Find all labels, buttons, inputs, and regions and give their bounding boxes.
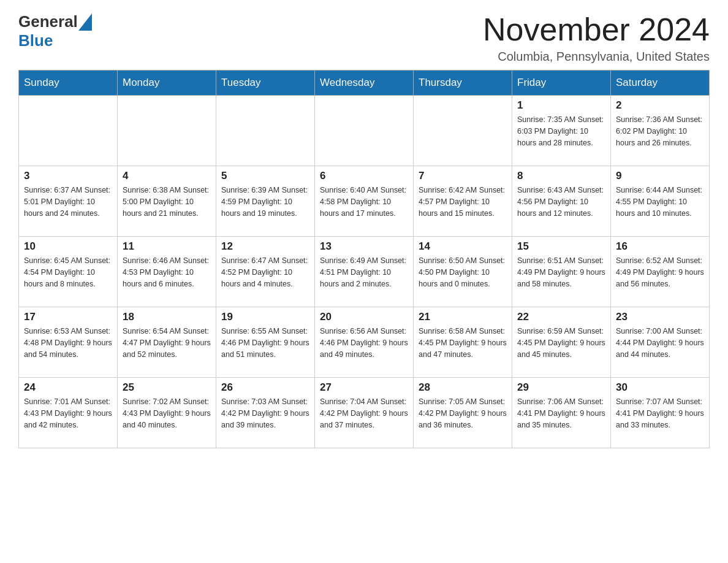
day-info: Sunrise: 6:37 AM Sunset: 5:01 PM Dayligh… (24, 185, 112, 219)
col-header-saturday: Saturday (611, 71, 710, 96)
day-info: Sunrise: 7:04 AM Sunset: 4:42 PM Dayligh… (320, 396, 408, 431)
calendar-cell: 30Sunrise: 7:07 AM Sunset: 4:41 PM Dayli… (611, 378, 710, 448)
calendar-cell: 16Sunrise: 6:52 AM Sunset: 4:49 PM Dayli… (611, 237, 710, 307)
day-info: Sunrise: 6:54 AM Sunset: 4:47 PM Dayligh… (123, 326, 211, 360)
day-number: 16 (616, 240, 704, 253)
month-title: November 2024 (483, 12, 710, 47)
calendar-cell: 24Sunrise: 7:01 AM Sunset: 4:43 PM Dayli… (19, 378, 118, 448)
day-number: 21 (419, 311, 507, 323)
calendar-cell: 19Sunrise: 6:55 AM Sunset: 4:46 PM Dayli… (216, 307, 315, 378)
calendar-cell: 4Sunrise: 6:38 AM Sunset: 5:00 PM Daylig… (118, 166, 216, 237)
day-number: 1 (517, 99, 605, 112)
day-number: 6 (320, 170, 408, 182)
day-number: 29 (517, 381, 605, 394)
calendar-cell: 9Sunrise: 6:44 AM Sunset: 4:55 PM Daylig… (611, 166, 710, 237)
calendar-week-row: 17Sunrise: 6:53 AM Sunset: 4:48 PM Dayli… (19, 307, 710, 378)
calendar-cell: 6Sunrise: 6:40 AM Sunset: 4:58 PM Daylig… (315, 166, 414, 237)
day-number: 5 (221, 170, 309, 182)
svg-marker-0 (78, 13, 92, 31)
calendar-cell: 11Sunrise: 6:46 AM Sunset: 4:53 PM Dayli… (118, 237, 216, 307)
logo: General Blue (18, 12, 93, 50)
calendar-cell: 28Sunrise: 7:05 AM Sunset: 4:42 PM Dayli… (414, 378, 512, 448)
calendar-cell: 17Sunrise: 6:53 AM Sunset: 4:48 PM Dayli… (19, 307, 118, 378)
day-info: Sunrise: 6:44 AM Sunset: 4:55 PM Dayligh… (616, 185, 704, 219)
day-info: Sunrise: 7:06 AM Sunset: 4:41 PM Dayligh… (517, 396, 605, 431)
calendar-header-row: SundayMondayTuesdayWednesdayThursdayFrid… (19, 71, 710, 96)
day-number: 14 (419, 240, 507, 253)
day-number: 2 (616, 99, 704, 112)
day-info: Sunrise: 6:47 AM Sunset: 4:52 PM Dayligh… (221, 255, 309, 289)
day-info: Sunrise: 7:35 AM Sunset: 6:03 PM Dayligh… (517, 114, 605, 148)
day-info: Sunrise: 6:45 AM Sunset: 4:54 PM Dayligh… (24, 255, 112, 289)
calendar-cell: 7Sunrise: 6:42 AM Sunset: 4:57 PM Daylig… (414, 166, 512, 237)
page-header: General Blue November 2024 Columbia, Pen… (18, 12, 710, 64)
calendar-cell (216, 96, 315, 166)
col-header-tuesday: Tuesday (216, 71, 315, 96)
calendar-cell (118, 96, 216, 166)
calendar-cell: 3Sunrise: 6:37 AM Sunset: 5:01 PM Daylig… (19, 166, 118, 237)
col-header-friday: Friday (512, 71, 611, 96)
col-header-sunday: Sunday (19, 71, 118, 96)
day-info: Sunrise: 6:51 AM Sunset: 4:49 PM Dayligh… (517, 255, 605, 289)
day-info: Sunrise: 7:00 AM Sunset: 4:44 PM Dayligh… (616, 326, 704, 360)
calendar-cell: 21Sunrise: 6:58 AM Sunset: 4:45 PM Dayli… (414, 307, 512, 378)
calendar-week-row: 24Sunrise: 7:01 AM Sunset: 4:43 PM Dayli… (19, 378, 710, 448)
calendar-cell (19, 96, 118, 166)
day-info: Sunrise: 6:46 AM Sunset: 4:53 PM Dayligh… (123, 255, 211, 289)
day-number: 11 (123, 240, 211, 253)
day-number: 3 (24, 170, 112, 182)
day-info: Sunrise: 6:58 AM Sunset: 4:45 PM Dayligh… (419, 326, 507, 360)
day-number: 27 (320, 381, 408, 394)
col-header-thursday: Thursday (414, 71, 512, 96)
col-header-wednesday: Wednesday (315, 71, 414, 96)
day-info: Sunrise: 7:03 AM Sunset: 4:42 PM Dayligh… (221, 396, 309, 431)
day-info: Sunrise: 6:50 AM Sunset: 4:50 PM Dayligh… (419, 255, 507, 289)
calendar-cell: 20Sunrise: 6:56 AM Sunset: 4:46 PM Dayli… (315, 307, 414, 378)
day-info: Sunrise: 7:05 AM Sunset: 4:42 PM Dayligh… (419, 396, 507, 431)
day-number: 18 (123, 311, 211, 323)
day-number: 30 (616, 381, 704, 394)
calendar-cell: 27Sunrise: 7:04 AM Sunset: 4:42 PM Dayli… (315, 378, 414, 448)
calendar-cell: 22Sunrise: 6:59 AM Sunset: 4:45 PM Dayli… (512, 307, 611, 378)
day-number: 22 (517, 311, 605, 323)
calendar-week-row: 10Sunrise: 6:45 AM Sunset: 4:54 PM Dayli… (19, 237, 710, 307)
day-number: 26 (221, 381, 309, 394)
day-number: 9 (616, 170, 704, 182)
calendar-week-row: 1Sunrise: 7:35 AM Sunset: 6:03 PM Daylig… (19, 96, 710, 166)
day-info: Sunrise: 6:59 AM Sunset: 4:45 PM Dayligh… (517, 326, 605, 360)
day-number: 15 (517, 240, 605, 253)
calendar-cell: 5Sunrise: 6:39 AM Sunset: 4:59 PM Daylig… (216, 166, 315, 237)
calendar-cell: 8Sunrise: 6:43 AM Sunset: 4:56 PM Daylig… (512, 166, 611, 237)
day-info: Sunrise: 6:40 AM Sunset: 4:58 PM Dayligh… (320, 185, 408, 219)
day-number: 23 (616, 311, 704, 323)
day-number: 13 (320, 240, 408, 253)
day-info: Sunrise: 6:38 AM Sunset: 5:00 PM Dayligh… (123, 185, 211, 219)
day-info: Sunrise: 6:49 AM Sunset: 4:51 PM Dayligh… (320, 255, 408, 289)
day-info: Sunrise: 6:55 AM Sunset: 4:46 PM Dayligh… (221, 326, 309, 360)
calendar-cell: 13Sunrise: 6:49 AM Sunset: 4:51 PM Dayli… (315, 237, 414, 307)
calendar-cell (414, 96, 512, 166)
calendar-cell: 1Sunrise: 7:35 AM Sunset: 6:03 PM Daylig… (512, 96, 611, 166)
calendar-cell: 23Sunrise: 7:00 AM Sunset: 4:44 PM Dayli… (611, 307, 710, 378)
col-header-monday: Monday (118, 71, 216, 96)
day-number: 10 (24, 240, 112, 253)
calendar-cell: 2Sunrise: 7:36 AM Sunset: 6:02 PM Daylig… (611, 96, 710, 166)
location-text: Columbia, Pennsylvania, United States (483, 50, 710, 64)
day-info: Sunrise: 7:01 AM Sunset: 4:43 PM Dayligh… (24, 396, 112, 431)
calendar-cell: 25Sunrise: 7:02 AM Sunset: 4:43 PM Dayli… (118, 378, 216, 448)
day-number: 7 (419, 170, 507, 182)
day-info: Sunrise: 6:52 AM Sunset: 4:49 PM Dayligh… (616, 255, 704, 289)
title-section: November 2024 Columbia, Pennsylvania, Un… (483, 12, 710, 64)
day-number: 20 (320, 311, 408, 323)
logo-blue-text: Blue (18, 31, 53, 50)
calendar-cell: 15Sunrise: 6:51 AM Sunset: 4:49 PM Dayli… (512, 237, 611, 307)
day-number: 19 (221, 311, 309, 323)
day-number: 17 (24, 311, 112, 323)
calendar-cell: 26Sunrise: 7:03 AM Sunset: 4:42 PM Dayli… (216, 378, 315, 448)
day-number: 24 (24, 381, 112, 394)
day-number: 8 (517, 170, 605, 182)
calendar-cell: 12Sunrise: 6:47 AM Sunset: 4:52 PM Dayli… (216, 237, 315, 307)
day-number: 4 (123, 170, 211, 182)
calendar-week-row: 3Sunrise: 6:37 AM Sunset: 5:01 PM Daylig… (19, 166, 710, 237)
calendar-cell: 18Sunrise: 6:54 AM Sunset: 4:47 PM Dayli… (118, 307, 216, 378)
